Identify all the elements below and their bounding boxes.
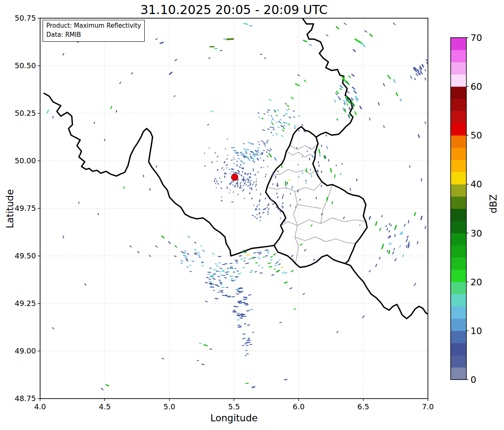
radar-echo — [275, 176, 276, 179]
radar-echo — [249, 176, 250, 178]
radar-echo — [239, 288, 243, 289]
radar-echo — [305, 180, 306, 182]
radar-echo — [285, 182, 287, 186]
radar-echo — [241, 174, 241, 176]
y-tick-label: 48.75 — [14, 394, 36, 403]
y-tick-label: 50.50 — [14, 61, 36, 70]
radar-echo — [215, 298, 218, 299]
y-tick-label: 50.75 — [14, 14, 36, 22]
radar-echo — [248, 338, 250, 339]
colorbar-band — [451, 160, 466, 172]
colorbar-band — [451, 318, 466, 331]
radar-echo — [242, 334, 245, 335]
radar-echo — [236, 153, 238, 154]
colorbar-band — [451, 123, 466, 136]
colorbar-tick-label: 30 — [471, 228, 482, 239]
colorbar-band — [451, 38, 466, 50]
radar-echo — [210, 46, 215, 47]
radar-echo — [312, 155, 313, 158]
radar-echo — [256, 179, 257, 180]
radar-echo — [253, 182, 254, 184]
radar-echo — [233, 272, 235, 272]
colorbar-band — [451, 306, 466, 319]
radar-echo — [236, 320, 239, 320]
y-tick-label: 49.00 — [14, 346, 36, 355]
radar-echo — [209, 283, 212, 284]
radar-echo — [265, 174, 266, 175]
colorbar-tick-label: 40 — [471, 179, 482, 189]
x-tick-label: 6.5 — [357, 402, 369, 411]
y-axis-label: Latitude — [5, 184, 15, 234]
x-tick-label: 5.0 — [163, 402, 175, 411]
radar-figure: 4.04.55.05.56.06.57.048.7549.0049.2549.5… — [0, 0, 504, 430]
x-tick-label: 4.5 — [99, 402, 111, 411]
radar-echo — [256, 181, 257, 182]
product-annotation-line2: Data: RMIB — [46, 31, 141, 40]
radar-echo — [246, 179, 247, 180]
radar-echo — [124, 186, 125, 189]
radar-echo — [309, 158, 310, 160]
radar-echo — [263, 167, 264, 167]
radar-echo — [306, 168, 307, 172]
radar-echo — [218, 256, 222, 257]
product-annotation-box: Product: Maximum Reflectivity Data: RMIB — [43, 20, 145, 42]
colorbar-tick-label: 50 — [471, 130, 482, 141]
radar-echo — [248, 173, 248, 174]
radar-echo — [306, 182, 307, 184]
radar-echo — [244, 303, 248, 304]
y-tick-label: 49.25 — [14, 299, 36, 308]
radar-echo — [231, 147, 235, 148]
colorbar-band — [451, 99, 466, 111]
colorbar-band — [451, 282, 466, 294]
colorbar-band — [451, 184, 466, 196]
radar-echo — [253, 257, 256, 258]
y-tick-label: 50.00 — [14, 156, 36, 165]
y-tick-label: 50.25 — [14, 109, 36, 117]
colorbar-band — [451, 331, 466, 343]
colorbar-band — [451, 111, 466, 123]
x-tick-label: 6.0 — [293, 402, 305, 411]
colorbar-band — [451, 135, 466, 148]
radar-map-canvas: 4.04.55.05.56.06.57.048.7549.0049.2549.5… — [0, 0, 504, 430]
colorbar-band — [451, 245, 466, 258]
colorbar-band — [451, 258, 466, 270]
radar-echo — [316, 171, 317, 174]
radar-echo — [242, 251, 246, 253]
radar-echo — [235, 268, 236, 269]
radar-echo — [254, 174, 255, 176]
x-tick-label: 4.0 — [34, 402, 46, 411]
radar-echo — [236, 270, 239, 272]
radar-echo — [234, 159, 235, 160]
radar-echo — [233, 172, 234, 172]
x-axis-label: Longitude — [40, 413, 428, 423]
radar-echo — [233, 157, 234, 158]
radar-echo — [316, 197, 317, 199]
radar-echo — [213, 290, 215, 291]
colorbar-band — [451, 74, 466, 87]
colorbar-band — [451, 196, 466, 209]
radar-echo — [232, 184, 233, 185]
radar-echo — [258, 172, 258, 173]
radar-echo — [272, 173, 273, 176]
radar-echo — [246, 342, 248, 343]
radar-echo — [286, 188, 287, 189]
radar-echo — [265, 176, 266, 177]
radar-echo — [233, 191, 234, 192]
x-tick-label: 7.0 — [422, 402, 434, 411]
radar-echo — [251, 270, 253, 271]
radar-echo — [232, 311, 236, 313]
radar-echo — [257, 257, 259, 258]
colorbar-band — [451, 209, 466, 221]
radar-echo — [214, 179, 215, 180]
radar-echo — [239, 318, 242, 318]
colorbar-tick-label: 0 — [471, 375, 476, 385]
radar-echo — [209, 268, 211, 269]
colorbar-band — [451, 221, 466, 233]
radar-echo — [230, 263, 233, 264]
colorbar-band — [451, 62, 466, 74]
colorbar-tick-label: 10 — [471, 326, 482, 336]
radar-echo — [219, 280, 221, 281]
radar-echo — [245, 355, 247, 356]
colorbar-band — [451, 148, 466, 160]
radar-echo — [298, 176, 299, 178]
